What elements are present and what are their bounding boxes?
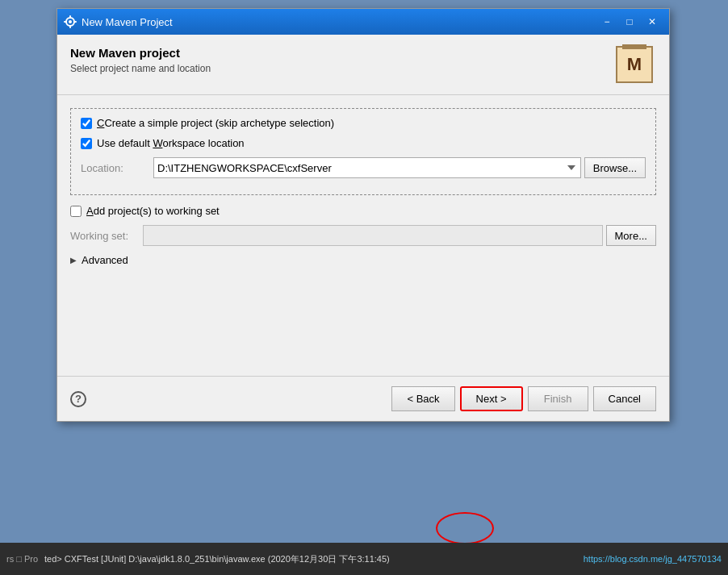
working-set-label-text: Working set: [70,230,143,242]
help-icon[interactable]: ? [70,391,86,407]
checkbox2-row: Use default Workspace location [81,137,646,149]
next-button[interactable]: Next > [460,386,523,411]
checkbox3-row: Add project(s) to working set [70,205,656,217]
close-button[interactable]: ✕ [642,14,663,30]
titlebar-controls: − □ ✕ [596,14,663,30]
working-set-label: Add project(s) to working set [86,205,220,217]
advanced-row[interactable]: ▶ Advanced [70,254,656,266]
footer-buttons: < Back Next > Finish Cancel [391,386,656,411]
advanced-label: Advanced [82,254,128,266]
dialog-header: New Maven project Select project name an… [57,35,669,95]
maven-logo-letter: M [627,54,642,75]
maximize-button[interactable]: □ [619,14,640,30]
dialog-header-text: New Maven project Select project name an… [70,46,211,74]
simple-project-checkbox[interactable] [81,118,92,129]
maven-gear-icon [64,15,77,28]
location-row: Location: D:\ITZHENGWORKSPACE\cxfServer … [81,157,646,178]
location-label: Location: [81,162,153,174]
svg-rect-3 [69,25,71,28]
advanced-arrow-icon: ▶ [70,256,77,265]
checkbox1-row: CCreate a simple project (skip archetype… [81,117,646,129]
dialog-title: New Maven Project [82,16,173,28]
working-set-checkbox[interactable] [70,206,82,217]
dialog-subtitle: Select project name and location [70,63,211,74]
dialog-body: CCreate a simple project (skip archetype… [57,95,669,376]
working-set-select[interactable] [143,225,603,246]
default-workspace-checkbox[interactable] [81,138,92,149]
simple-project-label: CCreate a simple project (skip archetype… [97,117,334,129]
cancel-button[interactable]: Cancel [593,386,656,411]
location-select[interactable]: D:\ITZHENGWORKSPACE\cxfServer [153,157,581,178]
default-workspace-label: Use default Workspace location [97,137,245,149]
svg-point-1 [69,20,72,23]
sidebar-tabs-label: rs □ Pro [6,554,38,564]
minimize-button[interactable]: − [596,14,617,30]
svg-rect-5 [73,21,77,23]
footer-left: ? [70,391,86,407]
link-text[interactable]: https://blog.csdn.me/jg_447570134 [584,554,722,564]
taskbar-bottom: rs □ Pro ted> CXFTest [JUnit] D:\java\jd… [0,543,728,575]
status-text: ted> CXFTest [JUnit] D:\java\jdk1.8.0_25… [44,553,390,565]
dashed-box: CCreate a simple project (skip archetype… [70,108,656,195]
dialog-footer: ? < Back Next > Finish Cancel [57,376,669,421]
working-set-row: Working set: More... [70,225,656,246]
dialog-main-title: New Maven project [70,46,211,60]
spacer [70,266,656,363]
back-button[interactable]: < Back [391,386,454,411]
working-set-input-group: More... [143,225,656,246]
svg-rect-4 [64,21,67,23]
finish-button[interactable]: Finish [528,386,588,411]
svg-rect-2 [69,15,71,19]
dialog-window: New Maven Project − □ ✕ New Maven projec… [56,8,670,422]
more-button[interactable]: More... [606,225,656,246]
location-input-group: D:\ITZHENGWORKSPACE\cxfServer Browse... [153,157,646,178]
dialog-titlebar: New Maven Project − □ ✕ [57,9,669,35]
browse-button[interactable]: Browse... [584,157,646,178]
maven-logo: M [616,46,653,83]
maven-logo-container: M [616,46,656,86]
